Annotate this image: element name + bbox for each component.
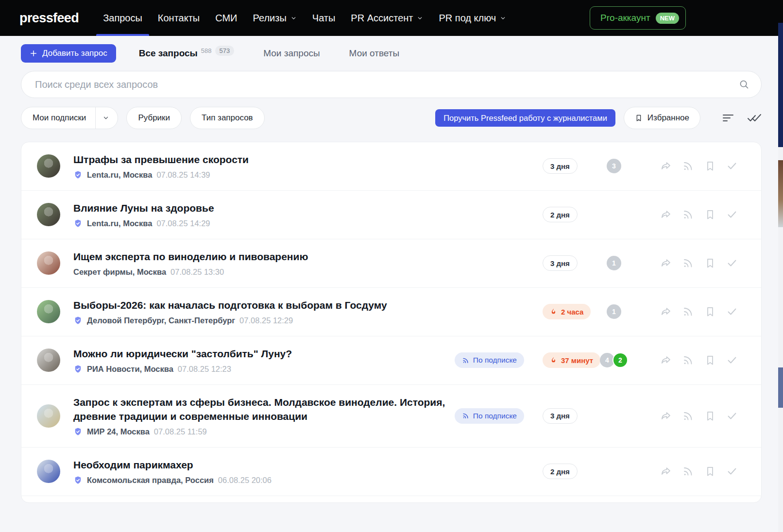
plus-icon xyxy=(30,50,37,57)
request-source: Деловой Петербург, Санкт-Петербург xyxy=(87,316,235,325)
request-title[interactable]: Ищем эксперта по виноделию и пивоварению xyxy=(73,250,456,264)
nav-item-3[interactable]: СМИ xyxy=(207,0,245,36)
bookmark-icon[interactable] xyxy=(704,410,716,422)
nav-item-6[interactable]: PR Ассистент xyxy=(343,0,431,36)
pro-account-button[interactable]: Pro-аккаунт NEW xyxy=(590,6,686,30)
request-datetime: 07.08.25 11:59 xyxy=(154,427,207,436)
answers-count-slot: 1 xyxy=(591,256,637,270)
request-title[interactable]: Выборы-2026: как началась подготовка к в… xyxy=(73,299,456,313)
share-icon[interactable] xyxy=(660,209,672,220)
journalist-avatar[interactable] xyxy=(37,300,60,323)
journalist-avatar[interactable] xyxy=(37,251,60,275)
request-row[interactable]: Можно ли юридически "застолбить" Луну? Р… xyxy=(21,336,761,384)
request-datetime: 07.08.25 14:39 xyxy=(156,170,210,180)
request-row[interactable]: Выборы-2026: как началась подготовка к в… xyxy=(21,287,761,336)
request-source: Lenta.ru, Москва xyxy=(87,170,152,180)
share-icon[interactable] xyxy=(660,160,672,172)
rss-subscribe-icon[interactable] xyxy=(682,160,694,172)
fire-icon xyxy=(550,308,557,316)
sort-icon[interactable] xyxy=(722,113,734,123)
chevron-down-icon xyxy=(417,15,423,21)
request-title[interactable]: Запрос к экспертам из сферы бизнеса. Мол… xyxy=(73,396,456,424)
request-title[interactable]: Необходим парикмахер xyxy=(73,458,456,472)
bookmark-icon[interactable] xyxy=(704,160,716,172)
deadline-badge-slot: 3 дня xyxy=(543,255,591,271)
share-icon[interactable] xyxy=(660,410,672,422)
pro-account-label: Pro-аккаунт xyxy=(600,13,650,23)
share-icon[interactable] xyxy=(660,306,672,317)
rss-subscribe-icon[interactable] xyxy=(682,466,694,477)
filter-request-types[interactable]: Тип запросов xyxy=(190,107,265,129)
favorites-button[interactable]: Избранное xyxy=(624,107,700,129)
subscription-badge-slot: По подписке xyxy=(456,408,524,424)
right-edge-clipped-content xyxy=(778,0,783,532)
add-request-button[interactable]: Добавить запрос xyxy=(21,44,116,63)
journalist-avatar[interactable] xyxy=(37,154,60,178)
tab-all-requests[interactable]: Все запросы 588 573 xyxy=(139,48,235,59)
mark-all-read-icon[interactable] xyxy=(747,113,762,123)
rss-subscribe-icon[interactable] xyxy=(682,257,694,269)
chevron-down-icon xyxy=(290,15,297,21)
tab-my-requests[interactable]: Мои запросы xyxy=(263,48,320,59)
mark-done-icon[interactable] xyxy=(726,354,738,366)
journalist-avatar[interactable] xyxy=(37,203,60,226)
request-row[interactable]: Ищем эксперта по виноделию и пивоварению… xyxy=(21,239,761,287)
journalist-avatar[interactable] xyxy=(37,404,60,428)
rss-subscribe-icon[interactable] xyxy=(682,354,694,366)
journalist-avatar[interactable] xyxy=(37,349,60,372)
tab-my-answers[interactable]: Мои ответы xyxy=(349,48,400,59)
nav-item-7[interactable]: PR под ключ xyxy=(431,0,514,36)
bookmark-icon[interactable] xyxy=(704,354,716,366)
bookmark-icon[interactable] xyxy=(704,209,716,220)
deadline-badge-slot: 3 дня xyxy=(543,408,591,424)
request-source: МИР 24, Москва xyxy=(87,427,150,436)
chevron-down-icon xyxy=(500,15,506,21)
deadline-badge: 2 дня xyxy=(543,464,578,479)
page-content: Добавить запрос Все запросы 588 573 Мои … xyxy=(0,43,783,503)
rss-subscribe-icon[interactable] xyxy=(682,209,694,220)
mark-done-icon[interactable] xyxy=(726,160,738,172)
share-icon[interactable] xyxy=(660,354,672,366)
rss-subscribe-icon[interactable] xyxy=(682,410,694,422)
journalist-avatar[interactable] xyxy=(37,460,60,483)
requests-total-count: 588 xyxy=(201,47,212,54)
mark-done-icon[interactable] xyxy=(726,257,738,269)
bookmark-icon[interactable] xyxy=(704,257,716,269)
nav-item-1[interactable]: Запросы xyxy=(95,0,150,36)
verified-shield-icon xyxy=(73,365,83,374)
request-title[interactable]: Штрафы за превышение скорости xyxy=(73,153,456,167)
nav-item-2[interactable]: Контакты xyxy=(150,0,207,36)
mark-done-icon[interactable] xyxy=(726,306,738,317)
answers-count-slot: 3 xyxy=(591,159,637,173)
nav-item-5[interactable]: Чаты xyxy=(305,0,343,36)
search-input[interactable] xyxy=(35,79,739,90)
request-row[interactable]: Штрафы за превышение скорости Lenta.ru, … xyxy=(21,142,761,190)
filter-my-subscriptions[interactable]: Мои подписки xyxy=(21,107,118,129)
mark-done-icon[interactable] xyxy=(726,410,738,422)
request-row[interactable]: Необходим парикмахер Комсомольская правд… xyxy=(21,447,761,496)
mark-done-icon[interactable] xyxy=(726,466,738,477)
search-icon[interactable] xyxy=(739,79,749,90)
request-row[interactable]: Запрос к экспертам из сферы бизнеса. Мол… xyxy=(21,384,761,447)
share-icon[interactable] xyxy=(660,257,672,269)
verified-shield-icon xyxy=(73,427,83,436)
filter-rubrics[interactable]: Рубрики xyxy=(126,107,182,129)
request-source: Lenta.ru, Москва xyxy=(87,219,152,228)
chevron-down-icon[interactable] xyxy=(96,115,118,121)
delegate-to-pressfeed-button[interactable]: Поручить Pressfeed работу с журналистами xyxy=(435,109,615,127)
request-row[interactable]: Влияние Луны на здоровье Lenta.ru, Москв… xyxy=(21,190,761,239)
rss-subscribe-icon[interactable] xyxy=(682,306,694,317)
request-datetime: 06.08.25 20:06 xyxy=(218,476,272,485)
bookmark-icon[interactable] xyxy=(704,306,716,317)
pressfeed-logo[interactable]: pressfeed xyxy=(19,11,79,26)
answers-count-slot: 1 xyxy=(591,304,637,319)
rss-icon xyxy=(462,412,469,419)
mark-done-icon[interactable] xyxy=(726,209,738,220)
deadline-badge: 3 дня xyxy=(543,158,578,174)
request-title[interactable]: Можно ли юридически "застолбить" Луну? xyxy=(73,347,456,361)
bookmark-icon[interactable] xyxy=(704,466,716,477)
share-icon[interactable] xyxy=(660,466,672,477)
nav-item-4[interactable]: Релизы xyxy=(245,0,304,36)
request-title[interactable]: Влияние Луны на здоровье xyxy=(73,201,456,216)
deadline-badge-slot: 3 дня xyxy=(543,158,591,174)
